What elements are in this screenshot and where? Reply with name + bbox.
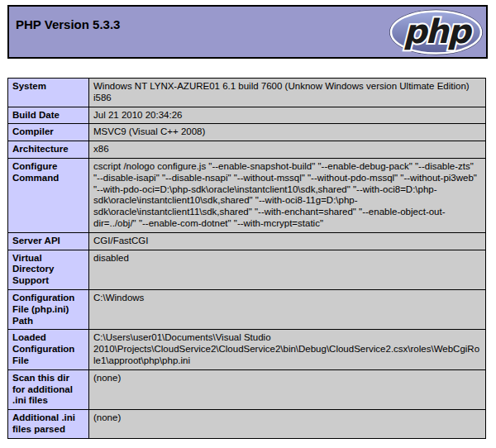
- table-row-compiler: Compiler MSVC9 (Visual C++ 2008): [8, 124, 486, 141]
- php-info-table: System Windows NT LYNX-AZURE01 6.1 build…: [7, 78, 486, 439]
- table-row-scan-dir: Scan this dir for additional .ini files …: [8, 369, 486, 409]
- row-label: Architecture: [8, 141, 89, 159]
- row-label: System: [8, 79, 89, 107]
- table-row-configuration-file-path: Configuration File (php.ini) Path C:\Win…: [8, 289, 486, 329]
- row-value: x86: [89, 141, 486, 159]
- row-value: Windows NT LYNX-AZURE01 6.1 build 7600 (…: [89, 79, 486, 107]
- row-label: Loaded Configuration File: [8, 330, 89, 369]
- row-value: disabled: [89, 250, 486, 289]
- table-row-additional-ini: Additional .ini files parsed (none): [8, 410, 486, 439]
- table-row-architecture: Architecture x86: [8, 141, 486, 159]
- table-row-system: System Windows NT LYNX-AZURE01 6.1 build…: [8, 79, 486, 107]
- table-row-server-api: Server API CGI/FastCGI: [8, 232, 486, 250]
- row-label: Additional .ini files parsed: [8, 410, 89, 439]
- row-value: CGI/FastCGI: [89, 232, 486, 250]
- row-value: Jul 21 2010 20:34:26: [89, 107, 486, 124]
- logo-text: php: [403, 12, 473, 50]
- row-value: (none): [89, 410, 486, 439]
- row-label: Build Date: [8, 107, 89, 124]
- row-label: Server API: [8, 232, 89, 250]
- phpinfo-header: PHP Version 5.3.3 php: [7, 5, 488, 59]
- phpinfo-page: PHP Version 5.3.3 php System Windows NT …: [0, 0, 496, 439]
- table-row-virtual-directory-support: Virtual Directory Support disabled: [8, 250, 486, 289]
- php-logo-icon[interactable]: php: [388, 8, 484, 56]
- row-label: Configure Command: [8, 158, 89, 232]
- row-value: C:\Windows: [89, 289, 486, 329]
- page-title: PHP Version 5.3.3: [16, 17, 120, 31]
- row-label: Compiler: [8, 124, 89, 141]
- table-row-loaded-configuration-file: Loaded Configuration File C:\Users\user0…: [8, 330, 486, 369]
- table-row-configure-command: Configure Command cscript /nologo config…: [8, 158, 486, 232]
- row-label: Configuration File (php.ini) Path: [8, 289, 89, 329]
- row-label: Virtual Directory Support: [8, 250, 89, 289]
- row-value: (none): [89, 369, 486, 409]
- row-value: MSVC9 (Visual C++ 2008): [89, 124, 486, 141]
- row-value: C:\Users\user01\Documents\Visual Studio …: [89, 330, 486, 369]
- row-label: Scan this dir for additional .ini files: [8, 369, 89, 409]
- row-value: cscript /nologo configure.js "--enable-s…: [89, 158, 486, 232]
- table-row-build-date: Build Date Jul 21 2010 20:34:26: [8, 107, 486, 124]
